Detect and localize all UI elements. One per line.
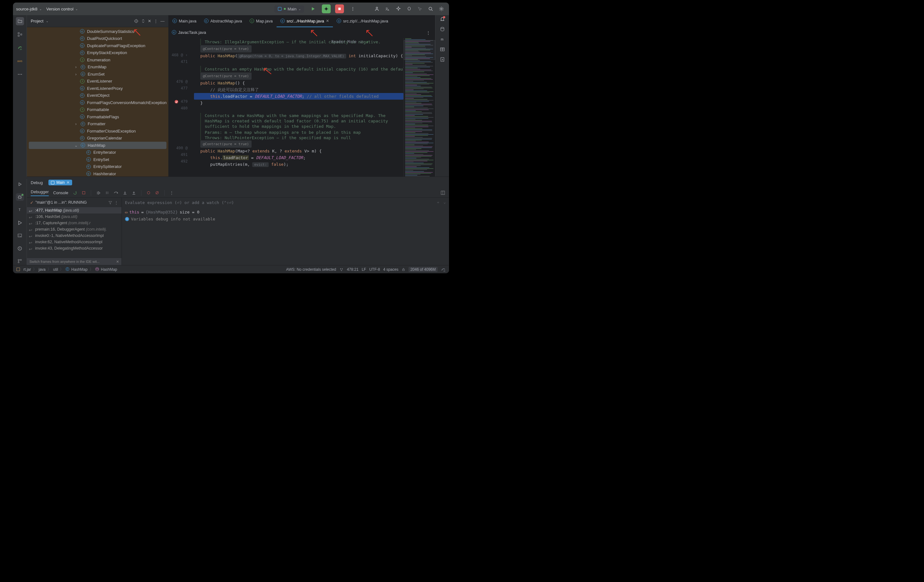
git-tool-button[interactable]: [16, 257, 24, 265]
step-over-button[interactable]: [114, 190, 118, 195]
tree-item[interactable]: ⌄CHashMap: [29, 142, 167, 149]
rerun-button[interactable]: [73, 191, 77, 195]
stack-frame[interactable]: ↩:477, HashMap (java.util): [27, 207, 122, 214]
expand-collapse-button[interactable]: [141, 19, 145, 23]
tree-item[interactable]: IEventListener: [27, 78, 168, 85]
editor-tab[interactable]: Csrc/.../HashMap.java✕: [277, 15, 333, 27]
aws-status[interactable]: AWS: No credentials selected: [286, 267, 336, 272]
run-button[interactable]: [309, 5, 317, 13]
stack-frame[interactable]: ↩:17, CaptureAgent (com.intellij.r: [27, 220, 122, 226]
layout-button[interactable]: [441, 190, 445, 195]
tree-item[interactable]: ›CEnumMap: [27, 64, 168, 71]
maven-tool-button[interactable]: m: [440, 37, 445, 42]
tree-item[interactable]: CEmptyStackException: [27, 49, 168, 57]
tree-item[interactable]: CEntryIterator: [27, 149, 168, 156]
tree-item[interactable]: CEventListenerProxy: [27, 85, 168, 92]
jrebel-tool-button[interactable]: JR: [16, 44, 24, 52]
step-out-button[interactable]: [132, 191, 136, 195]
debug-tab[interactable]: Debug: [31, 180, 43, 185]
project-tool-button[interactable]: [16, 17, 24, 25]
tree-item[interactable]: CHashIterator: [27, 170, 168, 176]
tree-item[interactable]: ›CFormatter: [27, 120, 168, 128]
readonly-icon[interactable]: [401, 267, 405, 271]
editor-tab-secondary[interactable]: C JavacTask.java: [172, 26, 210, 39]
close-hint-button[interactable]: ✕: [116, 260, 119, 264]
problems-tool-button[interactable]: [16, 244, 24, 252]
database-tool-button[interactable]: [440, 26, 445, 31]
stop-button[interactable]: [82, 191, 86, 195]
run-config-selector[interactable]: Main ⌄: [274, 5, 304, 13]
resume-button[interactable]: [96, 191, 101, 195]
close-panel-button[interactable]: ✕: [148, 19, 151, 23]
hide-panel-button[interactable]: —: [160, 19, 165, 23]
view-breakpoints-button[interactable]: [147, 191, 151, 195]
search-everywhere-button[interactable]: [426, 5, 435, 13]
evaluate-input[interactable]: Evaluate expression (⏎) or add a watch (…: [125, 200, 234, 205]
encoding[interactable]: UTF-8: [369, 267, 380, 272]
tab-list-button[interactable]: ⋮: [424, 28, 432, 37]
translate-button[interactable]: 文A: [383, 5, 392, 13]
tree-item[interactable]: IEnumeration: [27, 56, 168, 64]
tree-item[interactable]: CGregorianCalendar: [27, 135, 168, 142]
pause-button[interactable]: [105, 191, 109, 195]
tree-item[interactable]: CDoubleSummaryStatistics: [27, 28, 168, 35]
stack-frame[interactable]: ↩invoke:62, NativeMethodAccessorImpl: [27, 239, 122, 245]
editor-tab[interactable]: CAbstractMap.java: [200, 15, 246, 27]
settings-button[interactable]: [437, 5, 446, 13]
more-run-actions[interactable]: [348, 5, 357, 13]
panel-options-button[interactable]: ⋮: [154, 19, 158, 23]
tree-item[interactable]: ›CEnumSet: [27, 71, 168, 78]
debug-session-tab[interactable]: Main ✕: [48, 180, 72, 185]
vars-menu-button[interactable]: ⌄: [443, 199, 446, 205]
minimap[interactable]: /*no-op*/: [403, 38, 435, 176]
tree-item[interactable]: IFormattable: [27, 106, 168, 114]
breadcrumb[interactable]: rt.jar〉 java〉 util〉 ⒸHashMap〉 ⓜHashMap: [23, 267, 117, 272]
editor-tab[interactable]: IMap.java: [246, 15, 277, 27]
debug-tool-button[interactable]: [16, 193, 24, 201]
more-frames-button[interactable]: ⋮: [114, 200, 118, 205]
variable-row[interactable]: ▭ this = {HashMap@352} size = 0: [125, 208, 446, 215]
close-icon[interactable]: ✕: [66, 180, 69, 185]
tree-item[interactable]: CDualPivotQuicksort: [27, 35, 168, 42]
ai-assistant-button[interactable]: [394, 5, 403, 13]
tree-item[interactable]: CFormatFlagsConversionMismatchException: [27, 99, 168, 106]
jrebel-status-icon[interactable]: JR: [441, 267, 446, 272]
play-tool-button[interactable]: [16, 219, 24, 227]
aws-tool-button[interactable]: aws: [16, 57, 24, 65]
tree-item[interactable]: CEventObject: [27, 92, 168, 99]
line-ending[interactable]: LF: [362, 267, 366, 272]
reader-mode-toggle[interactable]: Reader Mode ✓: [331, 39, 369, 45]
project-tree[interactable]: CDoubleSummaryStatisticsCDualPivotQuicks…: [27, 27, 168, 176]
project-selector[interactable]: source-jdk8 ⌄: [16, 7, 42, 12]
chevron-down-icon[interactable]: ⌄: [46, 19, 48, 23]
table-tool-button[interactable]: [440, 47, 445, 52]
debugger-subtab[interactable]: Debugger: [31, 190, 49, 196]
stack-frame[interactable]: ↩invoke:43, DelegatingMethodAccessor: [27, 245, 122, 251]
run-tool-button[interactable]: [16, 180, 24, 188]
tree-item[interactable]: CFormattableFlags: [27, 113, 168, 120]
stop-button[interactable]: [335, 5, 344, 13]
structure-tool-button[interactable]: [16, 30, 24, 39]
tree-item[interactable]: CFormatterClosedException: [27, 127, 168, 135]
add-watch-button[interactable]: ＋: [436, 199, 440, 205]
code-with-me-button[interactable]: [373, 5, 381, 13]
filter-button[interactable]: [108, 201, 112, 204]
thread-label[interactable]: "main"@1 in ...in": RUNNING: [35, 200, 87, 204]
tree-item[interactable]: CEntrySpliterator: [27, 163, 168, 170]
console-subtab[interactable]: Console: [53, 190, 68, 195]
editor-tab[interactable]: Csrc.zip!/.../HashMap.java: [333, 15, 392, 27]
updates-button[interactable]: [405, 5, 414, 13]
mute-breakpoints-button[interactable]: [155, 191, 159, 195]
editor-tab[interactable]: CMain.java: [169, 15, 200, 27]
editor-code[interactable]: Reader Mode ✓ Throws: IllegalArgumentExc…: [194, 38, 403, 176]
git-status-icon[interactable]: [339, 267, 344, 272]
close-icon[interactable]: ✕: [326, 19, 329, 23]
tree-item[interactable]: CEntrySet: [27, 156, 168, 163]
caret-position[interactable]: 478:21: [347, 267, 358, 272]
stack-frame[interactable]: ↩invoke0:-1, NativeMethodAccessorImpl: [27, 232, 122, 239]
step-into-button[interactable]: [123, 191, 127, 195]
tree-item[interactable]: CDuplicateFormatFlagsException: [27, 42, 168, 49]
select-opened-file-button[interactable]: [134, 19, 139, 23]
more-tool-button[interactable]: [16, 70, 24, 78]
text-tool-button[interactable]: T: [16, 206, 24, 214]
